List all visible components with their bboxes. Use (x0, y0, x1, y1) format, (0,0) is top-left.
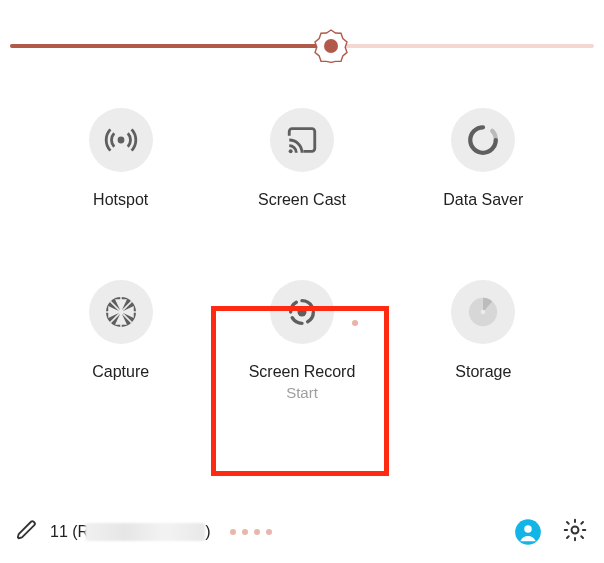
page-dot (266, 529, 272, 535)
tile-label: Screen Cast (258, 190, 346, 210)
slider-filled (10, 44, 331, 48)
bottom-bar: 11 (R) (0, 517, 604, 547)
page-indicator[interactable] (230, 529, 502, 535)
page-dot (230, 529, 236, 535)
build-prefix: 11 (R (50, 523, 89, 540)
brightness-icon (314, 29, 348, 63)
record-status-dot (352, 320, 358, 326)
obscured-text (85, 523, 205, 541)
tile-sublabel: Start (286, 384, 318, 401)
gear-icon[interactable] (562, 517, 588, 547)
svg-point-1 (324, 39, 338, 53)
page-dot (242, 529, 248, 535)
svg-point-7 (481, 310, 486, 315)
aperture-icon (89, 280, 153, 344)
record-icon (270, 280, 334, 344)
tile-label: Capture (92, 362, 149, 382)
tile-capture[interactable]: Capture (30, 280, 211, 401)
data-saver-icon (451, 108, 515, 172)
tile-label: Storage (455, 362, 511, 382)
tile-hotspot[interactable]: Hotspot (30, 108, 211, 210)
build-text: 11 (R) (50, 523, 210, 542)
cast-icon (270, 108, 334, 172)
tile-screen-record[interactable]: Screen RecordStart (211, 280, 392, 401)
quick-settings-grid: HotspotScreen CastData SaverCaptureScree… (0, 68, 604, 401)
disk-icon (451, 280, 515, 344)
svg-point-2 (117, 137, 124, 144)
svg-point-10 (572, 527, 579, 534)
account-icon[interactable] (514, 518, 542, 546)
tile-label: Hotspot (93, 190, 148, 210)
hotspot-icon (89, 108, 153, 172)
svg-point-3 (289, 149, 293, 153)
brightness-slider[interactable] (10, 24, 594, 68)
slider-thumb[interactable] (314, 29, 348, 63)
svg-point-5 (297, 307, 306, 316)
tile-data-saver[interactable]: Data Saver (393, 108, 574, 210)
tile-storage[interactable]: Storage (393, 280, 574, 401)
tile-label: Data Saver (443, 190, 523, 210)
build-suffix: ) (205, 523, 210, 540)
tile-screen-cast[interactable]: Screen Cast (211, 108, 392, 210)
edit-icon[interactable] (16, 519, 38, 545)
svg-point-9 (524, 525, 531, 532)
tile-label: Screen Record (249, 362, 356, 382)
page-dot (254, 529, 260, 535)
